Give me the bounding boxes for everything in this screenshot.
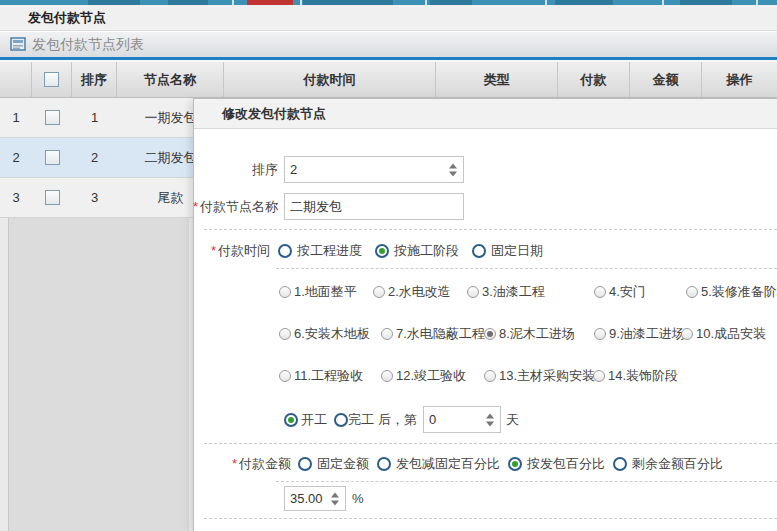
panel-title: 发包付款节点列表 [32,32,144,57]
stage-radio-option[interactable]: 8.泥木工进场 [484,325,575,343]
radio-label: 发包减固定百分比 [396,455,500,473]
stage-radio-option[interactable]: 9.油漆工进场 [594,325,685,343]
radio-option[interactable]: 按工程进度 [278,242,362,260]
timing-radio-label[interactable]: 开工 [301,411,327,429]
radio-icon[interactable] [381,370,393,382]
stage-label: 11.工程验收 [294,367,363,385]
node-name-input[interactable] [284,193,464,220]
timing-radio-label[interactable]: 完工 [348,411,374,429]
required-asterisk: * [193,199,198,214]
sort-label: 排序 [194,156,278,183]
percent-field [284,486,346,511]
pay-time-label: *付款时间 [176,242,270,260]
radio-icon[interactable] [484,370,496,382]
dashed-separator [276,481,777,482]
radio-icon[interactable] [594,328,606,340]
col-select-all[interactable] [32,62,72,97]
radio-icon[interactable] [279,370,291,382]
spinner-down-icon[interactable] [449,171,457,176]
pay-amount-label: *付款金额 [194,455,291,473]
row-checkbox[interactable] [45,110,60,125]
radio-icon[interactable] [377,457,391,471]
app-root: 发包付款节点 发包付款节点列表 排序 节点名称 付款时间 类型 付款 金额 操作… [0,0,777,531]
radio-option[interactable]: 固定日期 [472,242,543,260]
stage-label: 5.装修准备阶段 [701,283,777,301]
radio-option[interactable]: 固定金额 [298,455,369,473]
radio-icon[interactable] [279,286,291,298]
col-pay-time[interactable]: 付款时间 [224,62,436,97]
col-type[interactable]: 类型 [436,62,558,97]
row-order-cell: 3 [72,178,117,217]
stage-radio-option[interactable]: 5.装修准备阶段 [686,283,777,301]
pay-time-label-text: 付款时间 [218,243,270,258]
radio-label: 固定日期 [491,242,543,260]
radio-label: 按施工阶段 [394,242,459,260]
radio-icon[interactable] [467,286,479,298]
radio-selected-icon[interactable] [508,457,522,471]
sort-input[interactable] [284,156,464,183]
radio-selected-icon[interactable] [375,244,389,258]
timing-suffix: 天 [506,411,519,429]
radio-option[interactable]: 发包减固定百分比 [377,455,500,473]
spinner-down-icon[interactable] [331,500,339,505]
stage-radio-option[interactable]: 10.成品安装 [681,325,766,343]
col-pay[interactable]: 付款 [558,62,630,97]
timing-row: 后，第 天 开工完工 [194,411,777,429]
stage-radio-option[interactable]: 14.装饰阶段 [593,367,678,385]
stage-radio-option[interactable]: 2.水电改造 [373,283,451,301]
stage-radio-option[interactable]: 6.安装木地板 [279,325,370,343]
radio-option[interactable]: 按发包百分比 [508,455,605,473]
col-action[interactable]: 操作 [702,62,777,97]
radio-option[interactable]: 按施工阶段 [375,242,459,260]
row-checkbox[interactable] [45,150,60,165]
radio-icon[interactable] [279,328,291,340]
col-amount[interactable]: 金额 [630,62,702,97]
radio-label: 按发包百分比 [527,455,605,473]
percent-sign: % [352,490,364,508]
pay-amount-row: *付款金额 固定金额发包减固定百分比按发包百分比剩余金额百分比 [194,455,777,473]
row-order-cell: 1 [72,98,117,137]
radio-icon[interactable] [278,244,292,258]
spinner-up-icon[interactable] [449,163,457,168]
spinner-down-icon[interactable] [486,421,494,426]
radio-selected-icon[interactable] [284,413,298,427]
radio-label: 按工程进度 [297,242,362,260]
radio-icon[interactable] [381,328,393,340]
required-asterisk: * [211,243,216,258]
spinner-up-icon[interactable] [331,492,339,497]
col-order[interactable]: 排序 [72,62,117,97]
edit-payment-node-dialog: 修改发包付款节点 排序 *付款节点名称 *付款时间 按工程进度按施工阶段固定日期 [193,98,777,531]
radio-icon[interactable] [613,457,627,471]
radio-icon[interactable] [298,457,312,471]
stage-radio-option[interactable]: 1.地面整平 [279,283,357,301]
radio-icon[interactable] [334,413,348,427]
dashed-separator [204,443,777,444]
tab-contract-payment-nodes[interactable]: 发包付款节点 [0,5,122,31]
stage-radio-option[interactable]: 7.水电隐蔽工程 [381,325,485,343]
dialog-title-bar[interactable]: 修改发包付款节点 [194,99,777,129]
radio-selected-icon[interactable] [484,328,496,340]
radio-icon[interactable] [373,286,385,298]
pay-amount-options: 固定金额发包减固定百分比按发包百分比剩余金额百分比 [298,455,723,473]
required-asterisk: * [232,456,237,471]
stage-radio-option[interactable]: 3.油漆工程 [467,283,545,301]
pay-time-options: 按工程进度按施工阶段固定日期 [278,242,543,260]
radio-icon[interactable] [593,370,605,382]
radio-icon[interactable] [686,286,698,298]
radio-label: 固定金额 [317,455,369,473]
stage-label: 9.油漆工进场 [609,325,685,343]
stage-label: 3.油漆工程 [482,283,545,301]
list-panel-icon [10,36,26,52]
radio-icon[interactable] [472,244,486,258]
stage-radio-option[interactable]: 11.工程验收 [279,367,363,385]
spinner-up-icon[interactable] [486,413,494,418]
stage-radio-option[interactable]: 13.主材采购安装 [484,367,595,385]
row-checkbox[interactable] [45,190,60,205]
select-all-checkbox[interactable] [44,72,59,87]
radio-option[interactable]: 剩余金额百分比 [613,455,723,473]
radio-icon[interactable] [594,286,606,298]
stage-radio-option[interactable]: 12.竣工验收 [381,367,466,385]
col-node-name[interactable]: 节点名称 [117,62,224,97]
radio-icon[interactable] [681,328,693,340]
stage-radio-option[interactable]: 4.安门 [594,283,646,301]
